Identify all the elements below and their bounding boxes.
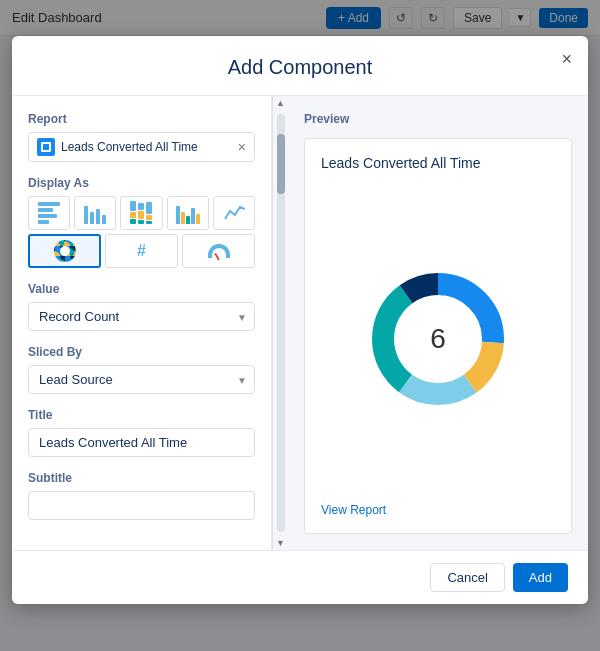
hash-icon: # — [137, 242, 146, 260]
add-component-button[interactable]: Add — [513, 563, 568, 592]
add-component-modal: Add Component × Report Leads Converted A… — [12, 36, 588, 604]
right-panel: Preview Leads Converted All Time — [288, 96, 588, 550]
scroll-up-arrow[interactable]: ▲ — [274, 96, 288, 110]
sliced-by-select-wrapper: Lead Source ▼ — [28, 365, 255, 394]
chart-type-metric[interactable]: # — [105, 234, 178, 268]
value-label: Value — [28, 282, 255, 296]
bar-v-icon — [84, 202, 106, 224]
title-input[interactable] — [28, 428, 255, 457]
line-icon — [223, 203, 245, 223]
chart-type-donut[interactable] — [28, 234, 101, 268]
value-select[interactable]: Record Count — [28, 302, 255, 331]
subtitle-label: Subtitle — [28, 471, 255, 485]
report-name: Leads Converted All Time — [61, 140, 232, 154]
cancel-button[interactable]: Cancel — [430, 563, 504, 592]
preview-card: Leads Converted All Time — [304, 138, 572, 534]
report-icon-inner — [41, 142, 51, 152]
close-button[interactable]: × — [561, 50, 572, 68]
report-icon — [37, 138, 55, 156]
value-select-wrapper: Record Count ▼ — [28, 302, 255, 331]
donut-chart-container: 6 — [321, 183, 555, 495]
chart-type-bar-v[interactable] — [74, 196, 116, 230]
chart-type-stacked[interactable] — [120, 196, 162, 230]
chart-type-grouped[interactable] — [167, 196, 209, 230]
view-report-link[interactable]: View Report — [321, 503, 555, 517]
scroll-thumb[interactable] — [277, 134, 285, 194]
grouped-icon — [176, 202, 200, 224]
stacked-icon — [130, 202, 152, 224]
scroll-down-arrow[interactable]: ▼ — [274, 536, 288, 550]
modal-header: Add Component × — [12, 36, 588, 96]
modal-title: Add Component — [228, 56, 373, 78]
chart-type-bar-h[interactable] — [28, 196, 70, 230]
bar-h-icon — [38, 202, 60, 224]
modal-footer: Cancel Add — [12, 550, 588, 604]
modal-overlay: Add Component × Report Leads Converted A… — [0, 0, 600, 651]
left-panel: Report Leads Converted All Time × Displa… — [12, 96, 272, 550]
scroll-track — [277, 114, 285, 532]
modal-body: Report Leads Converted All Time × Displa… — [12, 96, 588, 550]
preview-label: Preview — [304, 112, 572, 126]
subtitle-input[interactable] — [28, 491, 255, 520]
display-as-label: Display As — [28, 176, 255, 190]
report-label: Report — [28, 112, 255, 126]
display-as-grid — [28, 196, 255, 230]
chart-type-line[interactable] — [213, 196, 255, 230]
chart-type-gauge[interactable] — [182, 234, 255, 268]
display-as-row-2: # — [28, 234, 255, 268]
donut-icon — [54, 240, 76, 262]
scrollbar: ▲ ▼ — [272, 96, 288, 550]
preview-chart-title: Leads Converted All Time — [321, 155, 555, 171]
chart-center-value: 6 — [430, 323, 446, 355]
sliced-by-select[interactable]: Lead Source — [28, 365, 255, 394]
report-remove-button[interactable]: × — [238, 139, 246, 155]
gauge-icon — [208, 244, 230, 258]
sliced-by-label: Sliced By — [28, 345, 255, 359]
title-label: Title — [28, 408, 255, 422]
report-pill: Leads Converted All Time × — [28, 132, 255, 162]
